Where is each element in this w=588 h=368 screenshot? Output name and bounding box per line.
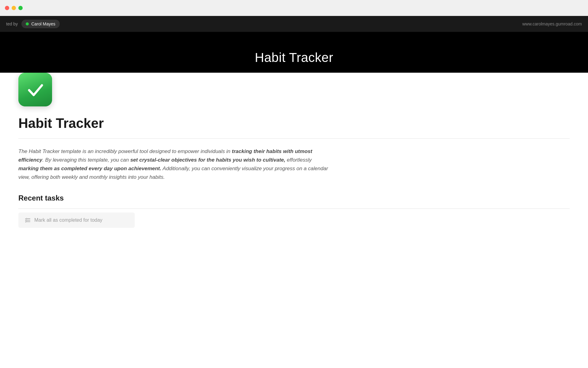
minimize-button[interactable] xyxy=(12,6,16,10)
mark-all-completed-button[interactable]: Mark all as completed for today xyxy=(18,213,135,228)
author-status-dot xyxy=(26,22,29,25)
desc-part3: effortlessly xyxy=(285,157,312,163)
author-badge[interactable]: Carol Mayes xyxy=(21,20,60,28)
page-title: Habit Tracker xyxy=(18,116,570,131)
nav-left: ted by Carol Mayes xyxy=(6,20,60,28)
title-divider xyxy=(18,138,570,139)
desc-emphasis2: set crystal-clear objectives for the hab… xyxy=(130,157,285,163)
traffic-lights xyxy=(5,6,23,10)
nav-bar: ted by Carol Mayes www.carolmayes.gumroa… xyxy=(0,16,588,32)
title-bar xyxy=(0,0,588,16)
mark-completed-label: Mark all as completed for today xyxy=(34,217,102,223)
created-by-label: ted by xyxy=(6,21,18,26)
page-title-section: Habit Tracker The Habit Tracker template… xyxy=(0,116,588,182)
app-icon xyxy=(18,73,52,106)
desc-part1: The Habit Tracker template is an incredi… xyxy=(18,148,232,154)
close-button[interactable] xyxy=(5,6,9,10)
desc-part2: . By leveraging this template, you can xyxy=(42,157,130,163)
nav-url: www.carolmayes.gumroad.com xyxy=(522,21,582,26)
author-name: Carol Mayes xyxy=(31,21,55,26)
hero-title: Habit Tracker xyxy=(255,50,333,65)
maximize-button[interactable] xyxy=(18,6,23,10)
description-text: The Habit Tracker template is an incredi… xyxy=(18,147,331,182)
app-icon-container xyxy=(0,73,588,106)
recent-tasks-section: Recent tasks Mark all as completed for t… xyxy=(0,194,588,228)
content-area: Habit Tracker The Habit Tracker template… xyxy=(0,73,588,240)
checkmark-icon xyxy=(25,80,45,100)
checklist-icon xyxy=(24,217,31,224)
desc-emphasis3: marking them as completed every day upon… xyxy=(18,166,161,171)
tasks-divider xyxy=(18,209,570,209)
recent-tasks-title: Recent tasks xyxy=(18,194,570,202)
